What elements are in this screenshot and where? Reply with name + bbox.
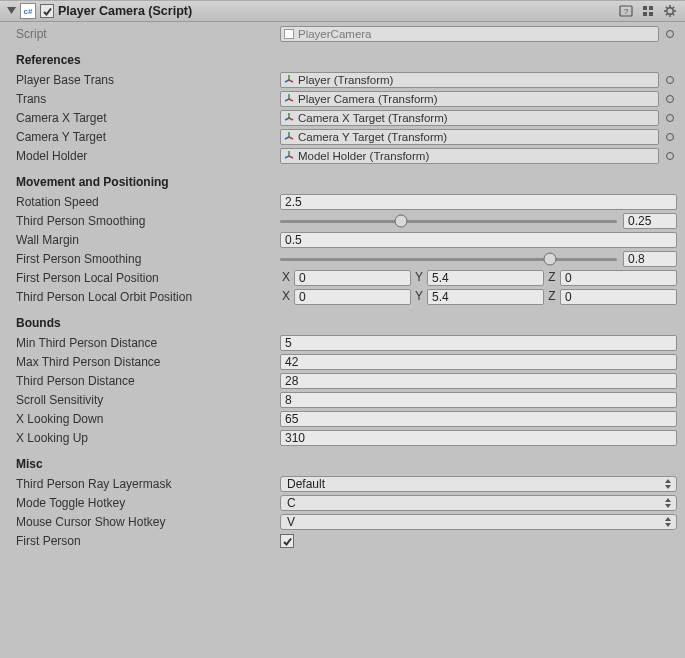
field-trans[interactable]: Player Camera (Transform) bbox=[280, 91, 659, 107]
label-mode-toggle-hotkey: Mode Toggle Hotkey bbox=[8, 496, 280, 510]
checkbox-first-person[interactable] bbox=[280, 534, 294, 548]
label-player-base-trans: Player Base Trans bbox=[8, 73, 280, 87]
svg-rect-3 bbox=[643, 6, 647, 10]
object-picker-icon[interactable] bbox=[663, 72, 677, 88]
svg-rect-4 bbox=[649, 6, 653, 10]
popup-layermask[interactable]: Default bbox=[280, 476, 677, 492]
svg-rect-16 bbox=[285, 30, 294, 39]
svg-line-24 bbox=[289, 118, 293, 120]
transform-icon bbox=[284, 151, 294, 161]
field-fp-pos-z[interactable]: 0 bbox=[560, 270, 677, 286]
label-first-person-local-position: First Person Local Position bbox=[8, 271, 280, 285]
popup-cursor-show-hotkey[interactable]: V bbox=[280, 514, 677, 530]
svg-point-7 bbox=[667, 8, 673, 14]
field-x-looking-down[interactable]: 65 bbox=[280, 411, 677, 427]
field-tp-orbit-y[interactable]: 5.4 bbox=[427, 289, 544, 305]
svg-text:?: ? bbox=[624, 7, 629, 16]
field-fp-pos-x[interactable]: 0 bbox=[294, 270, 411, 286]
object-picker-icon[interactable] bbox=[663, 91, 677, 107]
label-third-dist: Third Person Distance bbox=[8, 374, 280, 388]
slider-third-person-smoothing[interactable] bbox=[280, 213, 617, 229]
axis-x-label: X bbox=[280, 289, 292, 305]
svg-line-21 bbox=[289, 99, 293, 101]
component-header[interactable]: c# Player Camera (Script) ? bbox=[0, 0, 685, 22]
axis-z-label: Z bbox=[546, 289, 558, 305]
field-tp-orbit-x[interactable]: 0 bbox=[294, 289, 411, 305]
field-tp-orbit-z[interactable]: 0 bbox=[560, 289, 677, 305]
label-wall-margin: Wall Margin bbox=[8, 233, 280, 247]
component-enable-checkbox[interactable] bbox=[40, 4, 54, 18]
field-player-base-trans[interactable]: Player (Transform) bbox=[280, 72, 659, 88]
label-min-third-dist: Min Third Person Distance bbox=[8, 336, 280, 350]
label-layermask: Third Person Ray Layermask bbox=[8, 477, 280, 491]
svg-line-25 bbox=[285, 118, 289, 120]
transform-icon bbox=[284, 132, 294, 142]
field-rotation-speed[interactable]: 2.5 bbox=[280, 194, 677, 210]
label-third-person-smoothing: Third Person Smoothing bbox=[8, 214, 280, 228]
object-picker-icon[interactable] bbox=[663, 26, 677, 42]
label-rotation-speed: Rotation Speed bbox=[8, 195, 280, 209]
section-bounds: Bounds bbox=[8, 314, 677, 332]
svg-line-31 bbox=[285, 156, 289, 158]
help-icon[interactable]: ? bbox=[617, 3, 635, 19]
field-model-holder[interactable]: Model Holder (Transform) bbox=[280, 148, 659, 164]
field-third-person-smoothing[interactable]: 0.25 bbox=[623, 213, 677, 229]
transform-icon bbox=[284, 113, 294, 123]
field-first-person-smoothing[interactable]: 0.8 bbox=[623, 251, 677, 267]
field-wall-margin[interactable]: 0.5 bbox=[280, 232, 677, 248]
label-x-looking-up: X Looking Up bbox=[8, 431, 280, 445]
object-picker-icon[interactable] bbox=[663, 110, 677, 126]
script-row: Script PlayerCamera bbox=[8, 25, 677, 43]
svg-rect-6 bbox=[649, 12, 653, 16]
label-camera-x-target: Camera X Target bbox=[8, 111, 280, 125]
label-trans: Trans bbox=[8, 92, 280, 106]
svg-line-19 bbox=[285, 80, 289, 82]
field-camera-y-target[interactable]: Camera Y Target (Transform) bbox=[280, 129, 659, 145]
label-max-third-dist: Max Third Person Distance bbox=[8, 355, 280, 369]
slider-first-person-smoothing[interactable] bbox=[280, 251, 617, 267]
field-min-third-dist[interactable]: 5 bbox=[280, 335, 677, 351]
svg-line-14 bbox=[666, 14, 667, 15]
context-menu-gear-icon[interactable] bbox=[661, 3, 679, 19]
svg-line-15 bbox=[673, 7, 674, 8]
field-scroll-sensitivity[interactable]: 8 bbox=[280, 392, 677, 408]
section-misc: Misc bbox=[8, 455, 677, 473]
script-type-icon bbox=[284, 29, 294, 39]
field-max-third-dist[interactable]: 42 bbox=[280, 354, 677, 370]
label-third-person-local-orbit: Third Person Local Orbit Position bbox=[8, 290, 280, 304]
svg-line-12 bbox=[666, 7, 667, 8]
svg-line-22 bbox=[285, 99, 289, 101]
foldout-toggle[interactable] bbox=[6, 6, 16, 16]
svg-line-30 bbox=[289, 156, 293, 158]
section-movement: Movement and Positioning bbox=[8, 173, 677, 191]
axis-x-label: X bbox=[280, 270, 292, 286]
svg-line-28 bbox=[285, 137, 289, 139]
axis-z-label: Z bbox=[546, 270, 558, 286]
label-camera-y-target: Camera Y Target bbox=[8, 130, 280, 144]
preset-icon[interactable] bbox=[639, 3, 657, 19]
object-picker-icon[interactable] bbox=[663, 129, 677, 145]
section-references: References bbox=[8, 51, 677, 69]
component-inspector-panel: c# Player Camera (Script) ? Script Play bbox=[0, 0, 685, 557]
csharp-script-icon: c# bbox=[20, 3, 36, 19]
label-cursor-show-hotkey: Mouse Cursor Show Hotkey bbox=[8, 515, 280, 529]
axis-y-label: Y bbox=[413, 289, 425, 305]
script-object-field[interactable]: PlayerCamera bbox=[280, 26, 659, 42]
label-model-holder: Model Holder bbox=[8, 149, 280, 163]
transform-icon bbox=[284, 75, 294, 85]
svg-line-27 bbox=[289, 137, 293, 139]
component-title: Player Camera (Script) bbox=[58, 4, 192, 18]
svg-marker-0 bbox=[7, 7, 16, 14]
svg-line-18 bbox=[289, 80, 293, 82]
field-third-dist[interactable]: 28 bbox=[280, 373, 677, 389]
svg-rect-5 bbox=[643, 12, 647, 16]
field-camera-x-target[interactable]: Camera X Target (Transform) bbox=[280, 110, 659, 126]
popup-mode-toggle-hotkey[interactable]: C bbox=[280, 495, 677, 511]
script-label: Script bbox=[8, 27, 280, 41]
label-x-looking-down: X Looking Down bbox=[8, 412, 280, 426]
svg-line-13 bbox=[673, 14, 674, 15]
object-picker-icon[interactable] bbox=[663, 148, 677, 164]
field-x-looking-up[interactable]: 310 bbox=[280, 430, 677, 446]
field-fp-pos-y[interactable]: 5.4 bbox=[427, 270, 544, 286]
label-scroll-sensitivity: Scroll Sensitivity bbox=[8, 393, 280, 407]
